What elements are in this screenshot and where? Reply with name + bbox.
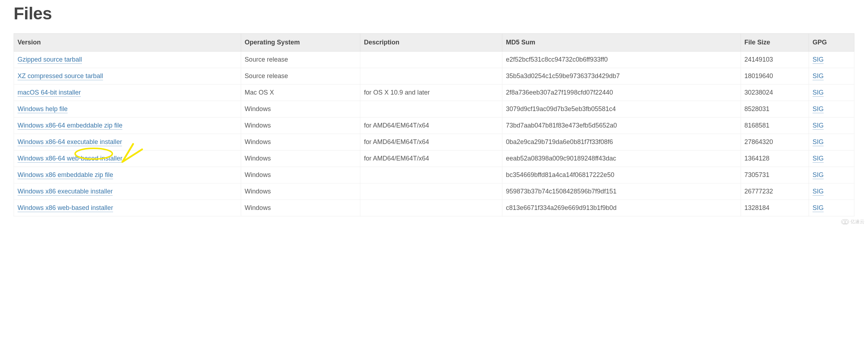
size-cell: 24149103	[741, 52, 809, 68]
os-cell: Windows	[241, 150, 360, 167]
desc-cell	[360, 52, 502, 68]
os-cell: Source release	[241, 52, 360, 68]
page-title: Files	[14, 4, 854, 23]
md5-cell: bc354669bffd81a4ca14f06817222e50	[502, 167, 741, 183]
size-cell: 26777232	[741, 183, 809, 200]
table-row: Windows x86 embeddable zip fileWindowsbc…	[14, 167, 854, 183]
size-cell: 7305731	[741, 167, 809, 183]
md5-cell: 0ba2e9ca29b719da6e0b81f7f33f08f6	[502, 134, 741, 150]
col-version: Version	[14, 34, 241, 52]
sig-link[interactable]: SIG	[813, 138, 824, 146]
table-row: Windows x86-64 embeddable zip fileWindow…	[14, 118, 854, 134]
desc-cell	[360, 167, 502, 183]
table-row: Gzipped source tarballSource releasee2f5…	[14, 52, 854, 68]
size-cell: 18019640	[741, 68, 809, 85]
sig-link[interactable]: SIG	[813, 171, 824, 179]
desc-cell	[360, 68, 502, 85]
desc-cell: for AMD64/EM64T/x64	[360, 134, 502, 150]
watermark-text: 亿速云	[850, 219, 864, 225]
desc-cell	[360, 183, 502, 200]
sig-link[interactable]: SIG	[813, 204, 824, 212]
size-cell: 8168581	[741, 118, 809, 134]
size-cell: 8528031	[741, 101, 809, 118]
os-cell: Windows	[241, 183, 360, 200]
col-gpg: GPG	[809, 34, 854, 52]
col-desc: Description	[360, 34, 502, 52]
desc-cell	[360, 101, 502, 118]
sig-link[interactable]: SIG	[813, 105, 824, 113]
sig-link[interactable]: SIG	[813, 188, 824, 196]
version-link[interactable]: Windows x86-64 executable installer	[18, 138, 122, 146]
table-header-row: Version Operating System Description MD5…	[14, 34, 854, 52]
desc-cell: for OS X 10.9 and later	[360, 85, 502, 101]
version-link[interactable]: Windows help file	[18, 105, 68, 113]
md5-cell: c813e6671f334a269e669d913b1f9b0d	[502, 200, 741, 216]
col-size: File Size	[741, 34, 809, 52]
os-cell: Mac OS X	[241, 85, 360, 101]
table-row: macOS 64-bit installerMac OS Xfor OS X 1…	[14, 85, 854, 101]
os-cell: Windows	[241, 134, 360, 150]
os-cell: Windows	[241, 118, 360, 134]
size-cell: 27864320	[741, 134, 809, 150]
md5-cell: e2f52bcf531c8cc94732c0b6ff933ff0	[502, 52, 741, 68]
table-row: XZ compressed source tarballSource relea…	[14, 68, 854, 85]
col-md5: MD5 Sum	[502, 34, 741, 52]
os-cell: Windows	[241, 167, 360, 183]
version-link[interactable]: Windows x86-64 web-based installer	[18, 155, 122, 163]
version-link[interactable]: Windows x86 executable installer	[18, 188, 113, 196]
sig-link[interactable]: SIG	[813, 122, 824, 130]
size-cell: 1364128	[741, 150, 809, 167]
desc-cell: for AMD64/EM64T/x64	[360, 150, 502, 167]
col-os: Operating System	[241, 34, 360, 52]
sig-link[interactable]: SIG	[813, 155, 824, 163]
version-link[interactable]: XZ compressed source tarball	[18, 72, 103, 80]
os-cell: Windows	[241, 200, 360, 216]
md5-cell: eeab52a08398a009c90189248ff43dac	[502, 150, 741, 167]
table-row: Windows x86-64 web-based installerWindow…	[14, 150, 854, 167]
version-link[interactable]: macOS 64-bit installer	[18, 89, 81, 97]
version-link[interactable]: Windows x86 embeddable zip file	[18, 171, 113, 179]
version-link[interactable]: Gzipped source tarball	[18, 56, 82, 64]
files-table: Version Operating System Description MD5…	[14, 33, 854, 216]
table-row: Windows x86-64 executable installerWindo…	[14, 134, 854, 150]
table-row: Windows help fileWindows3079d9cf19ac09d7…	[14, 101, 854, 118]
version-link[interactable]: Windows x86-64 embeddable zip file	[18, 122, 122, 130]
watermark: 亿速云	[841, 219, 864, 225]
table-row: Windows x86 web-based installerWindowsc8…	[14, 200, 854, 216]
sig-link[interactable]: SIG	[813, 89, 824, 97]
size-cell: 1328184	[741, 200, 809, 216]
watermark-icon	[841, 219, 849, 224]
table-row: Windows x86 executable installerWindows9…	[14, 183, 854, 200]
os-cell: Source release	[241, 68, 360, 85]
desc-cell: for AMD64/EM64T/x64	[360, 118, 502, 134]
md5-cell: 3079d9cf19ac09d7b3e5eb3fb05581c4	[502, 101, 741, 118]
md5-cell: 35b5a3d0254c1c59be9736373d429db7	[502, 68, 741, 85]
md5-cell: 2f8a736eeb307a27f1998cfd07f22440	[502, 85, 741, 101]
version-link[interactable]: Windows x86 web-based installer	[18, 204, 113, 212]
desc-cell	[360, 200, 502, 216]
md5-cell: 73bd7aab047b81f83e473efb5d5652a0	[502, 118, 741, 134]
size-cell: 30238024	[741, 85, 809, 101]
sig-link[interactable]: SIG	[813, 56, 824, 64]
sig-link[interactable]: SIG	[813, 72, 824, 80]
md5-cell: 959873b37b74c1508428596b7f9df151	[502, 183, 741, 200]
os-cell: Windows	[241, 101, 360, 118]
